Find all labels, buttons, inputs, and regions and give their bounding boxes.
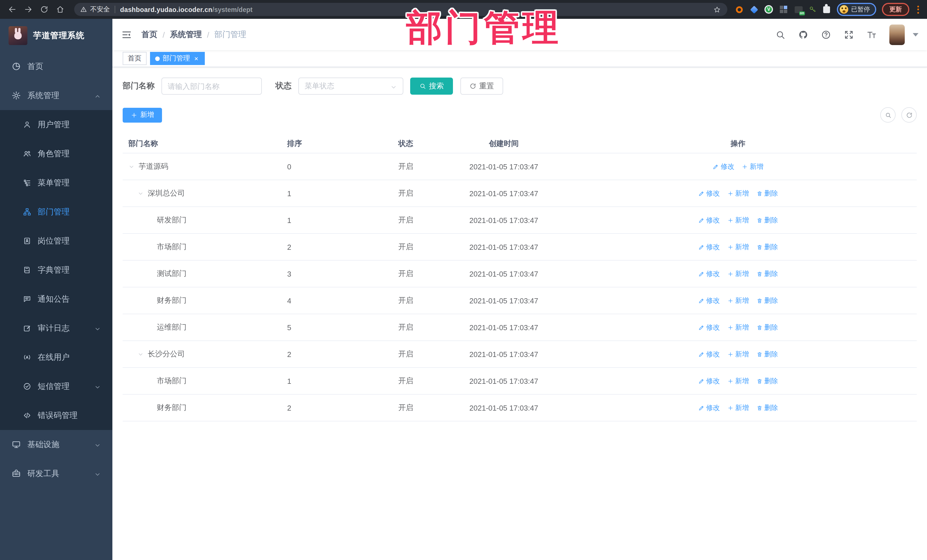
search-button[interactable]: 搜索 xyxy=(410,77,453,95)
browser-home-icon[interactable] xyxy=(54,3,66,16)
delete-action-link[interactable]: 删除 xyxy=(757,242,778,252)
delete-action-link[interactable]: 删除 xyxy=(757,269,778,279)
annotation-overlay-title: 部门管理 xyxy=(406,3,561,52)
sidebar-item-online[interactable]: 在线用户 xyxy=(0,343,112,372)
tag-dept[interactable]: 部门管理 × xyxy=(150,52,205,65)
add-action-link[interactable]: 新增 xyxy=(727,376,749,386)
table-row: 市场部门1开启2021-01-05 17:03:47修改新增删除 xyxy=(123,367,917,394)
breadcrumb-item-system[interactable]: 系统管理 xyxy=(170,29,202,39)
sidebar-item-home[interactable]: 首页 xyxy=(0,52,112,81)
edit-action-link[interactable]: 修改 xyxy=(698,322,720,332)
browser-back-icon[interactable] xyxy=(6,3,18,16)
extension-on-badge-icon[interactable]: on xyxy=(793,5,803,14)
extension-pin-icon[interactable] xyxy=(749,5,759,14)
add-button[interactable]: 新增 xyxy=(123,108,162,122)
font-size-icon[interactable] xyxy=(866,29,877,39)
delete-action-link[interactable]: 删除 xyxy=(757,322,778,332)
sidebar-item-audit-log[interactable]: 审计日志 xyxy=(0,314,112,343)
page-content: 部门名称 状态 菜单状态 搜索 重置 xyxy=(112,67,927,560)
sidebar-item-notice[interactable]: 通知公告 xyxy=(0,285,112,314)
table-row: 研发部门1开启2021-01-05 17:03:47修改新增删除 xyxy=(123,206,917,233)
infra-icon xyxy=(11,440,21,449)
edit-action-link[interactable]: 修改 xyxy=(698,242,720,252)
add-action-link[interactable]: 新增 xyxy=(727,349,749,359)
tree-expand-caret-icon[interactable] xyxy=(137,350,148,358)
tag-home[interactable]: 首页 xyxy=(123,52,147,65)
user-avatar[interactable] xyxy=(889,24,905,45)
dept-name-cell: 运维部门 xyxy=(157,322,187,332)
bookmark-star-icon[interactable] xyxy=(712,5,722,14)
edit-action-link[interactable]: 修改 xyxy=(698,296,720,305)
browser-forward-icon[interactable] xyxy=(22,3,34,16)
browser-profile-button[interactable]: 已暂停 xyxy=(837,3,876,16)
add-action-link[interactable]: 新增 xyxy=(742,162,764,171)
delete-action-link[interactable]: 删除 xyxy=(757,296,778,305)
add-action-link[interactable]: 新增 xyxy=(727,188,749,198)
delete-action-link[interactable]: 删除 xyxy=(757,188,778,198)
browser-menu-icon[interactable] xyxy=(915,5,921,14)
browser-update-button[interactable]: 更新 xyxy=(882,3,909,16)
hamburger-icon[interactable] xyxy=(121,29,132,40)
add-action-link[interactable]: 新增 xyxy=(727,269,749,279)
tag-close-icon[interactable]: × xyxy=(193,55,200,62)
delete-action-link[interactable]: 删除 xyxy=(757,215,778,225)
add-icon xyxy=(727,351,734,357)
extension-orange-icon[interactable] xyxy=(734,5,744,14)
extension-grid-icon[interactable] xyxy=(779,5,789,14)
logo-link[interactable]: 芋道管理系统 xyxy=(0,19,112,52)
browser-reload-icon[interactable] xyxy=(38,3,50,16)
filter-form: 部门名称 状态 菜单状态 搜索 重置 xyxy=(123,77,917,95)
github-icon[interactable] xyxy=(798,29,808,39)
delete-action-link[interactable]: 删除 xyxy=(757,376,778,386)
edit-action-link[interactable]: 修改 xyxy=(698,376,720,386)
extension-key-icon[interactable] xyxy=(808,5,816,14)
extension-puzzle-icon[interactable] xyxy=(821,5,831,14)
delete-action-link[interactable]: 删除 xyxy=(757,349,778,359)
edit-action-link[interactable]: 修改 xyxy=(698,269,720,279)
tree-expand-caret-icon[interactable] xyxy=(137,189,148,197)
refresh-button[interactable] xyxy=(901,107,917,123)
add-action-link[interactable]: 新增 xyxy=(727,403,749,413)
sidebar-item-devtool[interactable]: 研发工具 xyxy=(0,459,112,488)
sidebar-item-menu[interactable]: 菜单管理 xyxy=(0,168,112,197)
breadcrumb-item-home[interactable]: 首页 xyxy=(141,29,158,39)
user-menu-caret-icon[interactable] xyxy=(913,33,918,36)
extension-v-icon[interactable]: V xyxy=(764,5,774,14)
address-bar[interactable]: 不安全 dashboard.yudao.iocoder.cn /system/d… xyxy=(74,3,727,16)
notice-icon xyxy=(23,295,31,304)
sidebar-item-dept[interactable]: 部门管理 xyxy=(0,197,112,226)
edit-action-link[interactable]: 修改 xyxy=(713,162,734,171)
tags-view-bar: 首页 部门管理 × xyxy=(112,50,927,67)
add-action-link[interactable]: 新增 xyxy=(727,215,749,225)
help-icon[interactable] xyxy=(821,29,831,39)
sidebar-item-dict[interactable]: 字典管理 xyxy=(0,255,112,285)
fullscreen-icon[interactable] xyxy=(844,29,854,39)
sidebar-item-post[interactable]: 岗位管理 xyxy=(0,226,112,255)
reset-button[interactable]: 重置 xyxy=(460,77,503,95)
edit-action-link[interactable]: 修改 xyxy=(698,349,720,359)
table-row: 财务部门2开启2021-01-05 17:03:47修改新增删除 xyxy=(123,394,917,421)
toggle-search-button[interactable] xyxy=(880,107,896,123)
edit-action-link[interactable]: 修改 xyxy=(698,188,720,198)
sort-cell: 3 xyxy=(281,269,393,278)
delete-action-link[interactable]: 删除 xyxy=(757,403,778,413)
sidebar-item-errcode[interactable]: 错误码管理 xyxy=(0,401,112,430)
sidebar-item-role[interactable]: 角色管理 xyxy=(0,139,112,168)
header-search-icon[interactable] xyxy=(775,29,786,39)
edit-action-link[interactable]: 修改 xyxy=(698,215,720,225)
sidebar-item-system[interactable]: 系统管理 xyxy=(0,81,112,110)
status-select[interactable]: 菜单状态 xyxy=(298,77,403,95)
add-action-link[interactable]: 新增 xyxy=(727,322,749,332)
edit-action-link[interactable]: 修改 xyxy=(698,403,720,413)
sidebar-item-sms[interactable]: 短信管理 xyxy=(0,372,112,401)
add-icon xyxy=(727,324,734,331)
sidebar-item-user[interactable]: 用户管理 xyxy=(0,110,112,139)
dept-name-input[interactable] xyxy=(161,77,262,95)
add-action-link[interactable]: 新增 xyxy=(727,296,749,305)
tree-caret-placeholder xyxy=(147,323,157,331)
sidebar-item-infra[interactable]: 基础设施 xyxy=(0,430,112,459)
edit-icon xyxy=(698,244,705,250)
tree-expand-caret-icon[interactable] xyxy=(128,162,138,170)
devtool-icon xyxy=(11,469,21,478)
add-action-link[interactable]: 新增 xyxy=(727,242,749,252)
